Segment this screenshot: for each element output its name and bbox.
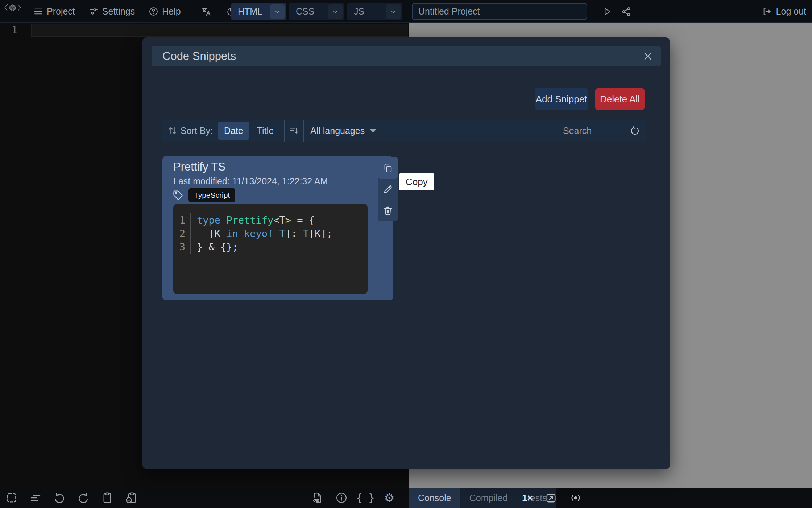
snippet-tags: TypeScript <box>173 188 235 202</box>
run-button[interactable] <box>597 0 617 23</box>
copy-snippet-button[interactable] <box>378 157 398 179</box>
sliders-icon <box>89 7 99 16</box>
main-menu: Project Settings Help <box>29 0 241 23</box>
file-link-button[interactable] <box>311 488 324 508</box>
tab-label: CSS <box>296 6 314 17</box>
snippet-action-strip <box>378 157 398 221</box>
menu-item-label: Help <box>162 6 181 17</box>
translate-icon <box>201 7 211 17</box>
edit-snippet-button[interactable] <box>378 179 398 200</box>
paste-special-button[interactable] <box>125 488 138 508</box>
language-badge: TypeScript <box>188 188 235 202</box>
modal-actions: Add Snippet Delete All <box>535 88 645 110</box>
help-circle-icon <box>149 7 158 16</box>
panel-tabs: Console Compiled Tests <box>409 488 556 508</box>
menu-item-project[interactable]: Project <box>29 6 79 17</box>
delete-all-button[interactable]: Delete All <box>595 88 645 110</box>
code-snippets-modal: Code Snippets Add Snippet Delete All Sor… <box>142 37 670 469</box>
open-preview-button[interactable] <box>544 488 558 508</box>
logout-icon <box>762 7 772 16</box>
editor-line-number: 1 <box>7 25 17 36</box>
tab-html[interactable]: HTML <box>231 3 286 20</box>
select-all-button[interactable] <box>5 488 18 508</box>
tag-icon <box>173 190 183 201</box>
translate-button[interactable] <box>196 0 216 23</box>
undo-button[interactable] <box>53 488 66 508</box>
braces-button[interactable]: { } <box>359 488 372 508</box>
editor-current-line[interactable] <box>31 24 408 37</box>
app-logo-icon <box>4 3 22 13</box>
editor-toolbar <box>5 488 138 508</box>
info-button[interactable] <box>335 488 348 508</box>
sort-updown-icon <box>167 126 178 136</box>
snippet-code-block: 1type Prettify<T> = {2 [K in keyof T]: T… <box>173 204 368 294</box>
modal-title: Code Snippets <box>162 50 236 63</box>
code-lines: 1type Prettify<T> = {2 [K in keyof T]: T… <box>173 213 368 254</box>
hamburger-icon <box>33 7 43 16</box>
snippet-card-row: Prettify TS Last modified: 11/13/2024, 1… <box>162 156 438 305</box>
sort-by-label: Sort By: <box>181 126 213 136</box>
caret-down-icon <box>370 129 376 133</box>
sort-title-button[interactable]: Title <box>251 122 280 140</box>
menu-item-settings[interactable]: Settings <box>84 6 139 17</box>
redo-button[interactable] <box>77 488 90 508</box>
close-icon[interactable] <box>640 49 656 64</box>
bottom-bar: { } ⚙ Console Compiled Tests 1× <box>0 488 812 508</box>
tab-css[interactable]: CSS <box>289 3 344 20</box>
editor-tabs: HTML CSS JS <box>231 3 402 20</box>
format-code-button[interactable] <box>29 488 42 508</box>
play-icon <box>602 7 612 17</box>
sort-date-button[interactable]: Date <box>218 122 249 140</box>
logout-label: Log out <box>776 6 806 17</box>
editor-tools: { } ⚙ <box>311 488 396 508</box>
chevron-down-icon[interactable] <box>328 4 343 19</box>
language-filter-dropdown[interactable]: All languages <box>310 126 365 136</box>
refresh-button[interactable] <box>624 120 646 142</box>
live-broadcast-button[interactable] <box>569 488 582 508</box>
sort-descending-button[interactable] <box>289 126 299 136</box>
top-bar: Project Settings Help HTML C <box>0 0 812 23</box>
playback-speed-button[interactable]: 1× <box>522 488 533 508</box>
tab-label: HTML <box>238 6 262 17</box>
code-line: 3} & {}; <box>173 240 368 254</box>
chevron-down-icon[interactable] <box>270 4 285 19</box>
copy-tooltip: Copy <box>399 173 434 190</box>
share-icon <box>621 7 631 17</box>
modal-header: Code Snippets <box>152 46 661 66</box>
tab-compiled[interactable]: Compiled <box>460 488 517 508</box>
menu-item-label: Project <box>47 6 75 17</box>
gear-button[interactable]: ⚙ <box>383 488 396 508</box>
project-name-input[interactable] <box>412 3 587 20</box>
app-screen: 1 Project Settings Help <box>0 0 812 508</box>
code-line: 2 [K in keyof T]: T[K]; <box>173 227 368 240</box>
search-input[interactable] <box>556 120 624 142</box>
delete-snippet-button[interactable] <box>378 200 398 221</box>
snippet-toolbar: Sort By: Date Title All languages <box>162 120 646 142</box>
add-snippet-button[interactable]: Add Snippet <box>535 88 588 110</box>
tab-label: JS <box>354 6 364 17</box>
menu-item-label: Settings <box>102 6 135 17</box>
chevron-down-icon[interactable] <box>386 4 401 19</box>
share-button[interactable] <box>616 0 637 23</box>
logout-button[interactable]: Log out <box>762 0 806 23</box>
tab-console[interactable]: Console <box>409 488 460 508</box>
snippet-card[interactable]: Prettify TS Last modified: 11/13/2024, 1… <box>162 156 393 300</box>
menu-item-help[interactable]: Help <box>144 6 185 17</box>
code-line: 1type Prettify<T> = { <box>173 213 368 227</box>
clipboard-button[interactable] <box>101 488 114 508</box>
snippet-last-modified: Last modified: 11/13/2024, 1:22:32 AM <box>173 176 328 187</box>
tab-js[interactable]: JS <box>347 3 402 20</box>
snippet-title: Prettify TS <box>173 160 225 173</box>
